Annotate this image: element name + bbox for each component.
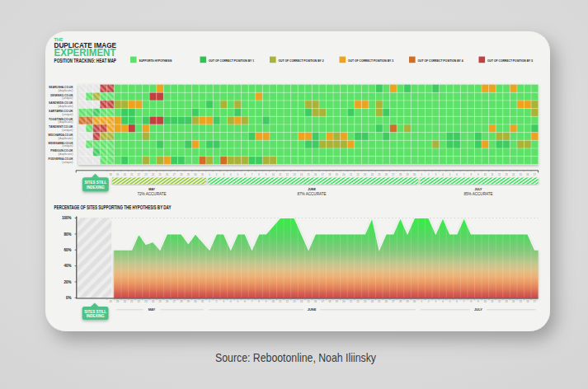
svg-text:JULY: JULY [474,307,482,312]
svg-text:12: 12 [286,300,289,303]
svg-text:17: 17 [534,173,537,176]
svg-text:20: 20 [342,173,346,176]
svg-text:SITES STILL: SITES STILL [84,180,106,185]
svg-text:(duplicate): (duplicate) [58,137,73,140]
svg-text:13: 13 [293,173,296,176]
svg-text:14: 14 [512,173,515,176]
svg-text:Source: Rebootonline, Noah Ili: Source: Rebootonline, Noah Iliinsky [215,350,376,364]
svg-text:18: 18 [110,173,113,176]
svg-text:27: 27 [173,300,176,303]
svg-text:15: 15 [520,300,523,303]
svg-text:INDEXING: INDEXING [87,314,105,318]
svg-text:14: 14 [512,300,515,303]
svg-text:40%: 40% [64,264,71,268]
svg-text:16: 16 [314,173,318,176]
svg-text:31: 31 [201,173,205,176]
svg-text:PERCENTAGE OF SITES SUPPORTING: PERCENTAGE OF SITES SUPPORTING THE HYPOT… [54,204,172,210]
svg-text:100%: 100% [62,216,72,220]
svg-text:OUT OF CORRECT POSITION BY 4: OUT OF CORRECT POSITION BY 4 [418,59,464,63]
svg-text:(duplicate): (duplicate) [58,152,73,156]
svg-text:13: 13 [505,300,508,303]
svg-text:20%: 20% [64,280,71,284]
svg-text:29: 29 [187,300,191,303]
svg-text:MAY: MAY [148,188,155,191]
svg-text:28: 28 [180,300,183,303]
svg-text:10: 10 [484,173,487,176]
svg-text:20: 20 [124,173,127,176]
svg-text:30: 30 [194,300,197,303]
svg-text:23: 23 [364,300,367,303]
svg-text:11: 11 [491,300,493,303]
svg-text:OUT OF CORRECT POSITION BY 2: OUT OF CORRECT POSITION BY 2 [279,59,325,63]
svg-text:12: 12 [286,173,289,176]
svg-text:13: 13 [505,173,508,176]
svg-text:OUT OF CORRECT POSITION BY 1: OUT OF CORRECT POSITION BY 1 [209,59,255,63]
svg-text:80%: 80% [64,232,71,237]
svg-text:30: 30 [413,300,416,303]
svg-text:13: 13 [293,300,296,303]
svg-text:15: 15 [520,173,523,176]
svg-text:15: 15 [307,173,310,176]
svg-text:11: 11 [491,173,493,176]
svg-text:JUNE: JUNE [308,307,317,312]
svg-text:29: 29 [406,173,409,176]
svg-text:29: 29 [187,173,191,176]
svg-text:10: 10 [272,173,275,176]
svg-text:14: 14 [300,300,303,303]
svg-text:(unique): (unique) [62,113,73,116]
svg-text:25: 25 [159,300,162,303]
svg-text:26: 26 [166,173,169,176]
svg-text:24: 24 [371,300,374,303]
svg-text:18: 18 [110,300,113,303]
svg-text:10: 10 [484,300,487,303]
svg-text:SITES STILL: SITES STILL [84,310,106,314]
svg-text:14: 14 [300,173,303,176]
svg-text:21: 21 [350,300,353,303]
svg-text:MAY: MAY [148,307,156,312]
svg-text:15: 15 [307,300,310,303]
svg-text:26: 26 [385,173,388,176]
svg-text:21: 21 [130,173,134,176]
svg-text:22: 22 [356,173,360,176]
svg-text:17: 17 [322,300,325,303]
svg-text:25: 25 [378,173,381,176]
svg-text:(unique): (unique) [62,129,73,132]
svg-text:28: 28 [399,173,402,176]
svg-text:(unique): (unique) [62,144,73,148]
svg-text:(unique): (unique) [62,161,73,164]
svg-text:24: 24 [371,173,374,176]
svg-text:72% ACCURATE: 72% ACCURATE [137,192,166,196]
svg-text:26: 26 [166,300,169,303]
svg-text:17: 17 [322,173,325,176]
svg-text:12: 12 [498,173,501,176]
svg-text:JUNE: JUNE [308,188,316,191]
svg-text:23: 23 [364,173,367,176]
svg-text:29: 29 [406,300,409,303]
svg-text:60%: 60% [64,248,71,252]
svg-text:17: 17 [534,300,537,303]
svg-text:22: 22 [138,173,141,176]
svg-text:31: 31 [201,300,205,303]
svg-text:(duplicate): (duplicate) [58,120,73,124]
svg-text:24: 24 [152,300,155,303]
svg-text:27: 27 [173,173,176,176]
svg-text:INDEXING: INDEXING [87,185,105,190]
svg-text:22: 22 [356,300,360,303]
svg-text:24: 24 [152,173,155,176]
svg-text:26: 26 [385,300,388,303]
svg-text:28: 28 [399,300,402,303]
svg-text:19: 19 [116,173,120,176]
svg-text:19: 19 [116,300,120,303]
svg-text:85% ACCURATE: 85% ACCURATE [463,192,492,196]
svg-text:21: 21 [130,300,134,303]
svg-text:16: 16 [526,173,529,176]
svg-text:11: 11 [279,300,281,303]
svg-text:25: 25 [159,173,162,176]
svg-text:(duplicate): (duplicate) [58,105,73,108]
svg-text:23: 23 [144,173,148,176]
svg-text:19: 19 [336,300,339,303]
svg-text:JULY: JULY [475,188,482,191]
svg-text:SUPPORTS HYPOTHESIS: SUPPORTS HYPOTHESIS [139,59,172,63]
svg-text:0%: 0% [66,296,72,300]
svg-text:12: 12 [498,300,501,303]
